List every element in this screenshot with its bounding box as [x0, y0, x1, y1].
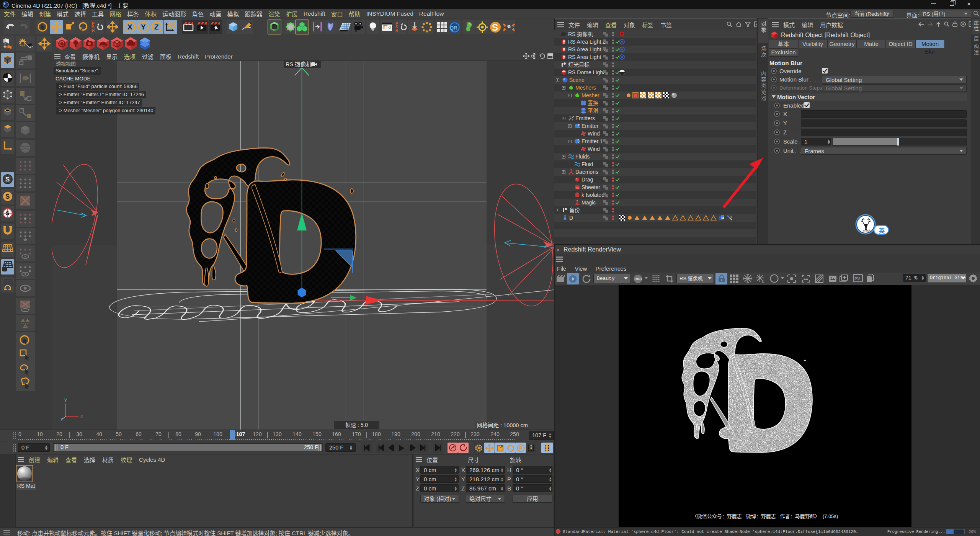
svg-text:X: X	[80, 413, 83, 419]
svg-text:Y: Y	[141, 23, 146, 31]
svg-text:S: S	[5, 176, 10, 183]
svg-text:S: S	[492, 22, 498, 33]
svg-text:QR: QR	[450, 25, 457, 31]
svg-text:X: X	[127, 23, 132, 31]
svg-text:行鹿志: 行鹿志	[863, 229, 871, 232]
svg-text:P: P	[519, 446, 523, 451]
svg-text:PV: PV	[854, 276, 860, 281]
svg-text:Z: Z	[154, 23, 159, 31]
svg-text:Y: Y	[64, 397, 67, 403]
svg-text:S: S	[5, 193, 10, 200]
svg-text:RGB: RGB	[635, 277, 642, 281]
svg-text:G: G	[762, 280, 764, 283]
svg-text:S: S	[6, 210, 9, 216]
svg-text:R: R	[395, 28, 399, 33]
svg-text:Z: Z	[60, 417, 63, 422]
svg-text:R: R	[92, 28, 95, 33]
